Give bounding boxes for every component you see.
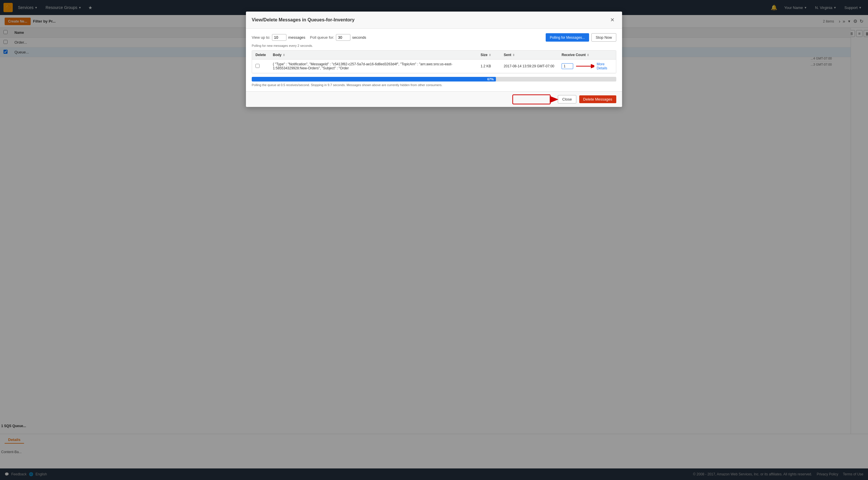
msg-size-cell: 1.2 KB — [477, 60, 500, 73]
msg-sent-cell: 2017-08-14 13:59:29 GMT-07:00 — [500, 60, 558, 73]
message-table: Delete Body ⇕ Size — [252, 50, 616, 73]
col-receive-count: Receive Count ⇕ — [558, 50, 616, 60]
delete-col-label: Delete — [255, 53, 266, 57]
modal-header: View/Delete Messages in Queues-for-Inven… — [246, 11, 622, 29]
msg-body-text: { "Type" : "Notification", "MessageId" :… — [273, 62, 453, 70]
modal-progress-area: 67% Polling the queue at 0.5 receives/se… — [252, 77, 616, 87]
view-up-to-group: View up to: messages — [252, 34, 305, 41]
sent-col-label: Sent ⇕ — [504, 53, 555, 57]
close-modal-button[interactable]: Close — [558, 95, 576, 103]
modal-body: View up to: messages Poll queue for: sec… — [246, 29, 622, 91]
delete-messages-button[interactable]: Delete Messages — [579, 95, 616, 103]
view-up-to-label: View up to: — [252, 35, 270, 40]
receive-count-input[interactable] — [562, 63, 573, 69]
size-label-text: Size — [480, 53, 488, 57]
body-col-label: Body ⇕ — [273, 53, 474, 57]
poll-queue-input[interactable] — [336, 34, 350, 41]
size-sort-icon[interactable]: ⇕ — [489, 54, 491, 57]
body-sort-icon[interactable]: ⇕ — [283, 54, 285, 57]
view-up-to-input[interactable] — [272, 34, 286, 41]
seconds-label: seconds — [352, 35, 366, 40]
receive-count-sort-icon[interactable]: ⇕ — [587, 54, 589, 57]
receive-count-value-group: More Details — [562, 62, 613, 70]
msg-receive-count-cell: More Details — [558, 60, 616, 73]
progress-bar-fill: 67% — [252, 77, 496, 81]
col-delete: Delete — [252, 50, 269, 60]
progress-info-text: Polling the queue at 0.5 receives/second… — [252, 83, 616, 87]
receive-count-label-text: Receive Count — [562, 53, 586, 57]
arrow-to-close — [512, 94, 558, 105]
sent-sort-icon[interactable]: ⇕ — [513, 54, 515, 57]
col-sent: Sent ⇕ — [500, 50, 558, 60]
arrow-annotation-receive — [576, 62, 594, 70]
message-row: { "Type" : "Notification", "MessageId" :… — [252, 60, 616, 73]
modal-title: View/Delete Messages in Queues-for-Inven… — [252, 18, 354, 23]
col-size: Size ⇕ — [477, 50, 500, 60]
msg-table-header-row: Delete Body ⇕ Size — [252, 50, 616, 60]
receive-count-col-label: Receive Count ⇕ — [562, 53, 613, 57]
msg-delete-cell — [252, 60, 269, 73]
messages-label: messages — [288, 35, 305, 40]
modal-overlay: View/Delete Messages in Queues-for-Inven… — [0, 0, 868, 480]
msg-body-cell: { "Type" : "Notification", "MessageId" :… — [269, 60, 477, 73]
modal-close-button[interactable]: ✕ — [609, 16, 616, 24]
poll-queue-label: Poll queue for: — [310, 35, 334, 40]
modal-footer: Close Delete Messages — [246, 91, 622, 107]
progress-bar-container: 67% — [252, 77, 616, 81]
more-details-link[interactable]: More Details — [597, 62, 613, 70]
polling-messages-button[interactable]: Polling for Messages... — [546, 33, 589, 42]
msg-delete-checkbox[interactable] — [255, 64, 259, 68]
progress-label: 67% — [487, 77, 494, 81]
modal-control-right: Polling for Messages... Stop Now — [546, 33, 616, 42]
modal-dialog: View/Delete Messages in Queues-for-Inven… — [246, 11, 622, 107]
poll-queue-group: Poll queue for: seconds — [310, 34, 366, 41]
size-col-label: Size ⇕ — [480, 53, 497, 57]
message-table-container: Delete Body ⇕ Size — [252, 50, 616, 73]
col-body: Body ⇕ — [269, 50, 477, 60]
svg-rect-3 — [513, 95, 550, 104]
body-label-text: Body — [273, 53, 281, 57]
sent-label-text: Sent — [504, 53, 511, 57]
stop-now-button[interactable]: Stop Now — [591, 33, 616, 42]
polling-hint: Polling for new messages every 2 seconds… — [252, 44, 616, 47]
close-arrow-annotation — [512, 94, 558, 105]
modal-controls: View up to: messages Poll queue for: sec… — [252, 33, 616, 42]
